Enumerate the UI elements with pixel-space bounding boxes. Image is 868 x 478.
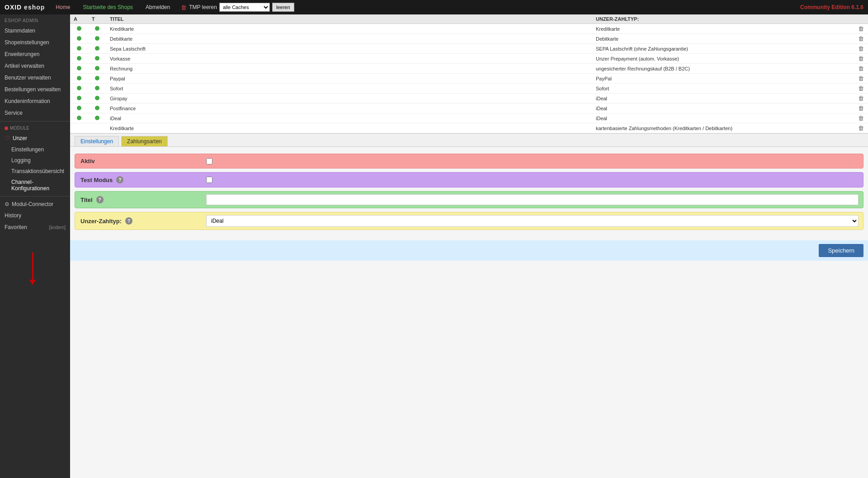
sidebar-divider (0, 121, 70, 122)
cell-a (70, 44, 88, 54)
sidebar-item-stammdaten[interactable]: Stammdaten (0, 25, 70, 37)
cell-t (88, 103, 106, 113)
module-dot (5, 127, 8, 130)
delete-button[interactable]: 🗑 (858, 95, 864, 102)
header-action (854, 14, 868, 24)
table-row[interactable]: PostfinanceiDeal🗑 (70, 103, 868, 113)
delete-button[interactable]: 🗑 (858, 125, 864, 131)
header-unzer: UNZER-ZAHLTYP: (592, 14, 854, 24)
test-label-text: Test Modus (80, 177, 113, 183)
table-row[interactable]: Rechnungungesicherter Rechnungskauf (B2B… (70, 64, 868, 74)
form-input-test (202, 174, 863, 186)
table-row[interactable]: SofortSofort🗑 (70, 84, 868, 94)
titel-help-icon[interactable]: ? (96, 196, 104, 203)
table-row[interactable]: iDealiDeal🗑 (70, 113, 868, 123)
cell-a (70, 103, 88, 113)
cell-action: 🗑 (854, 64, 868, 74)
form-row-test: Test Modus ? (75, 172, 863, 187)
cell-title[interactable]: Postfinance (106, 103, 592, 113)
nav-startseite-link[interactable]: Startseite des Shops (81, 3, 135, 11)
test-indicator (95, 116, 99, 120)
header-title: TITEL (106, 14, 592, 24)
sidebar-sub-channel[interactable]: Channel-Konfigurationen (0, 177, 70, 194)
aktiv-checkbox[interactable] (206, 158, 212, 164)
table-header-row: A T TITEL UNZER-ZAHLTYP: (70, 14, 868, 24)
table-row[interactable]: Sepa LastschriftSEPA Lastschrift (ohne Z… (70, 44, 868, 54)
leeren-button[interactable]: leeren (272, 3, 294, 12)
form-row-unzer: Unzer-Zahltyp: ? iDeal Kreditkarte Debit… (75, 212, 863, 230)
sidebar-item-kundeninformation[interactable]: Kundeninformation (0, 95, 70, 107)
tab-einstellungen[interactable]: Einstellungen (75, 136, 119, 146)
delete-button[interactable]: 🗑 (858, 45, 864, 52)
delete-button[interactable]: 🗑 (858, 55, 864, 62)
sidebar-sub-transaktionen[interactable]: Transaktionsübersicht (0, 166, 70, 177)
sidebar-item-unzer[interactable]: ♡ Unzer (0, 132, 70, 144)
cell-title[interactable]: Vorkasse (106, 54, 592, 64)
nav-abmelden-link[interactable]: Abmelden (144, 3, 172, 11)
sidebar-item-artikel[interactable]: Artikel verwalten (0, 60, 70, 72)
cell-title[interactable]: Rechnung (106, 64, 592, 74)
unzer-help-icon[interactable]: ? (125, 217, 132, 225)
cell-action: 🗑 (854, 113, 868, 123)
sidebar-favoriten[interactable]: Favoriten [ändern] (0, 221, 70, 233)
delete-button[interactable]: 🗑 (858, 85, 864, 92)
cell-action: 🗑 (854, 74, 868, 84)
table-row[interactable]: VorkasseUnzer Prepayment (autom. Vorkass… (70, 54, 868, 64)
save-row: Speichern (70, 240, 868, 261)
sidebar-sub-logging[interactable]: Logging (0, 155, 70, 166)
module-section: MODULE (0, 124, 70, 132)
table-row[interactable]: PaypalPayPal🗑 (70, 74, 868, 84)
cell-title[interactable]: Sepa Lastschrift (106, 44, 592, 54)
delete-button[interactable]: 🗑 (858, 115, 864, 122)
sidebar-history[interactable]: History (0, 210, 70, 221)
form-section: Aktiv Test Modus ? Titel (70, 147, 868, 240)
cell-title[interactable]: Giropay (106, 94, 592, 103)
cell-title[interactable]: iDeal (106, 113, 592, 123)
payment-table: A T TITEL UNZER-ZAHLTYP: KreditkarteKred… (70, 14, 868, 133)
sidebar-item-service[interactable]: Service (0, 107, 70, 119)
cell-a (70, 74, 88, 84)
delete-button[interactable]: 🗑 (858, 35, 864, 42)
red-arrow-annotation (29, 253, 36, 285)
cell-title[interactable]: Kreditkarte (106, 123, 592, 133)
header-a: A (70, 14, 88, 24)
delete-button[interactable]: 🗑 (858, 65, 864, 72)
cell-unzer: Unzer Prepayment (autom. Vorkasse) (592, 54, 854, 64)
favoriten-andern[interactable]: [ändern] (49, 225, 66, 230)
delete-button[interactable]: 🗑 (858, 105, 864, 112)
delete-button[interactable]: 🗑 (858, 25, 864, 32)
cell-t (88, 74, 106, 84)
cell-title[interactable]: Kreditkarte (106, 24, 592, 34)
tab-zahlungsarten[interactable]: Zahlungsarten (121, 136, 168, 146)
cell-unzer: PayPal (592, 74, 854, 84)
active-indicator (77, 46, 81, 51)
cell-action: 🗑 (854, 54, 868, 64)
unzer-zahltyp-select[interactable]: iDeal Kreditkarte Debitkarte PayPal Sofo… (206, 215, 859, 227)
table-row[interactable]: Kreditkartekartenbasierte Zahlungsmethod… (70, 123, 868, 133)
cell-title[interactable]: Debitkarte (106, 34, 592, 44)
favoriten-label: Favoriten (5, 224, 27, 230)
table-row[interactable]: KreditkarteKreditkarte🗑 (70, 24, 868, 34)
sidebar-modul-connector[interactable]: ⚙ Modul-Connector (0, 199, 70, 210)
sidebar-item-erweiterungen[interactable]: Erweiterungen (0, 48, 70, 60)
cell-title[interactable]: Sofort (106, 84, 592, 94)
cell-t (88, 64, 106, 74)
delete-button[interactable]: 🗑 (858, 75, 864, 82)
sidebar-sub-einstellungen[interactable]: Einstellungen (0, 144, 70, 155)
test-help-icon[interactable]: ? (116, 176, 123, 183)
test-checkbox[interactable] (206, 177, 212, 183)
sidebar-item-benutzer[interactable]: Benutzer verwalten (0, 72, 70, 84)
sidebar-item-bestellungen[interactable]: Bestellungen verwalten (0, 84, 70, 95)
cell-title[interactable]: Paypal (106, 74, 592, 84)
edition-label: Community Edition 6.1.6 (800, 4, 863, 10)
table-row[interactable]: GiropayiDeal🗑 (70, 94, 868, 103)
cache-select[interactable]: alle Caches Template Cache Language Cach… (219, 3, 270, 12)
titel-input[interactable] (206, 194, 859, 205)
table-row[interactable]: DebitkarteDebitkarte🗑 (70, 34, 868, 44)
save-button[interactable]: Speichern (819, 244, 863, 257)
table-body: KreditkarteKreditkarte🗑DebitkarteDebitka… (70, 24, 868, 133)
test-indicator (95, 76, 99, 80)
cell-t (88, 123, 106, 133)
sidebar-item-shopeinstellungen[interactable]: Shopeinstellungen (0, 37, 70, 48)
nav-home-link[interactable]: Home (54, 3, 72, 11)
